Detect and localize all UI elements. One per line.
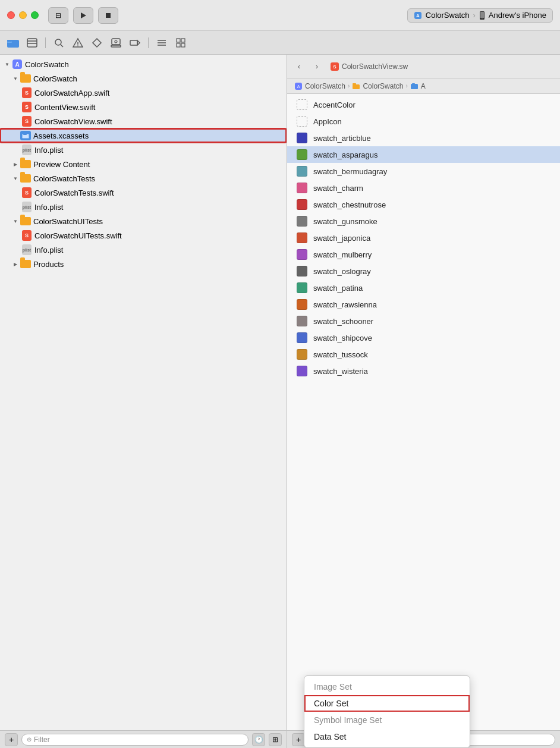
color-item-mulberry[interactable]: swatch_mulberry [287, 246, 560, 263]
folder-icon-toolbar[interactable] [5, 36, 21, 50]
tree-item-preview[interactable]: ▶ Preview Content [0, 157, 287, 171]
breadcrumb-colorswatch-1[interactable]: ColorSwatch [305, 82, 345, 90]
breadcrumb-chevron-1: › [473, 11, 476, 20]
device-selector[interactable]: A ColorSwatch › Andrew's iPhone [407, 8, 553, 23]
rawsienna-label: swatch_rawsienna [313, 300, 377, 309]
color-item-wisteria[interactable]: swatch_wisteria [287, 363, 560, 379]
dropdown-item-colorset[interactable]: Color Set [304, 695, 470, 712]
tree-item-assets[interactable]: Assets.xcassets [0, 128, 287, 143]
tree-item-tests[interactable]: ▼ ColorSwatchTests [0, 171, 287, 186]
tree-item-colorswatchapp[interactable]: S ColorSwatchApp.swift [0, 86, 287, 100]
breadcrumb-assets-label[interactable]: A [421, 82, 426, 90]
toolbar-separator-1 [45, 37, 46, 48]
svg-text:S: S [333, 64, 336, 70]
color-item-japonica[interactable]: swatch_japonica [287, 230, 560, 246]
svg-rect-10 [27, 39, 37, 47]
left-add-icon: + [9, 735, 14, 744]
tree-item-uitests-swift[interactable]: S ColorSwatchUITests.swift [0, 228, 287, 243]
svg-text:A: A [416, 13, 420, 18]
app-name-label: ColorSwatch [426, 11, 470, 20]
list-icon[interactable] [153, 36, 170, 50]
close-button[interactable] [7, 11, 15, 19]
color-item-accentcolor[interactable]: AccentColor [287, 96, 560, 113]
breadcrumb-bar: A ColorSwatch › ColorSwatch › A [287, 78, 560, 94]
contentview-label: ContentView.swift [34, 103, 95, 112]
dropdown-item-dataset[interactable]: Data Set [304, 728, 470, 745]
app-icon-small: A [414, 11, 422, 20]
tree-item-infoplist[interactable]: plist Info.plist [0, 143, 287, 157]
root-label: ColorSwatch [25, 60, 69, 69]
tree-item-uitests[interactable]: ▼ ColorSwatchUITests [0, 214, 287, 228]
color-item-appicon[interactable]: AppIcon [287, 113, 560, 130]
left-plus-square-button[interactable]: ⊞ [269, 733, 282, 746]
color-item-oslogray[interactable]: swatch_oslogray [287, 263, 560, 279]
sidebar-toggle-icon: ⊟ [55, 11, 61, 20]
tree-item-colorswatch-folder[interactable]: ▼ ColorSwatch [0, 71, 287, 86]
play-button[interactable] [73, 7, 93, 24]
right-add-icon: + [296, 735, 301, 744]
colorswatchview-label: ColorSwatchView.swift [34, 117, 112, 126]
color-item-schooner[interactable]: swatch_schooner [287, 313, 560, 329]
nav-back-button[interactable]: ‹ [292, 60, 306, 73]
color-item-bermudagray[interactable]: swatch_bermudagray [287, 163, 560, 180]
tree-item-colorswatchview[interactable]: S ColorSwatchView.swift [0, 114, 287, 128]
breadcrumb-app-icon: A [294, 82, 303, 90]
titlebar: ⊟ A ColorSwatch › Andrew's iPhone [0, 0, 560, 31]
sidebar-toggle-button[interactable]: ⊟ [48, 7, 68, 24]
color-item-gunsmoke[interactable]: swatch_gunsmoke [287, 213, 560, 230]
svg-point-20 [115, 40, 117, 43]
assets-label: Assets.xcassets [33, 131, 89, 140]
diamond-icon[interactable] [89, 36, 105, 50]
svg-rect-9 [7, 40, 12, 42]
folder-yellow-icon-3 [20, 174, 31, 183]
plist-icon-3: plist [21, 245, 32, 254]
clock-icon: 🕐 [254, 736, 263, 744]
left-filter-box[interactable]: ⊜ Filter [21, 734, 248, 746]
breadcrumb-folder-icon [352, 83, 360, 90]
tag-icon[interactable] [127, 36, 143, 50]
warning-icon[interactable] [70, 36, 86, 50]
tree-item-tests-plist[interactable]: plist Info.plist [0, 200, 287, 214]
search-icon[interactable] [51, 36, 67, 50]
main-content: ▼ A ColorSwatch ▼ ColorSwatch [0, 55, 560, 748]
color-item-chestnutrose[interactable]: swatch_chestnutrose [287, 196, 560, 213]
svg-rect-43 [412, 83, 415, 85]
dropdown-item-imageset[interactable]: Image Set [304, 678, 470, 695]
minimize-button[interactable] [19, 11, 27, 19]
swift-icon-1: S [21, 88, 32, 98]
swift-icon-2: S [21, 102, 32, 112]
color-item-patina[interactable]: swatch_patina [287, 279, 560, 296]
color-item-articblue[interactable]: swatch_articblue [287, 130, 560, 146]
color-item-tussock[interactable]: swatch_tussock [287, 346, 560, 363]
stamp-icon[interactable] [108, 36, 124, 50]
plist-icon-2: plist [21, 202, 32, 212]
left-clock-button[interactable]: 🕐 [252, 733, 265, 746]
tree-item-products[interactable]: ▶ Products [0, 257, 287, 271]
tree-item-root[interactable]: ▼ A ColorSwatch [0, 57, 287, 71]
nav-forward-button[interactable]: › [310, 60, 324, 73]
chestnutrose-label: swatch_chestnutrose [313, 200, 386, 209]
tree-item-contentview[interactable]: S ContentView.swift [0, 100, 287, 114]
right-add-button[interactable]: + [292, 733, 305, 746]
svg-point-13 [55, 39, 61, 45]
color-item-charm[interactable]: swatch_charm [287, 180, 560, 196]
color-item-asparagus[interactable]: swatch_asparagus [287, 146, 560, 163]
toolbar [0, 31, 560, 55]
breadcrumb-assets-icon [410, 83, 419, 90]
dropdown-item-symbolimageset[interactable]: Symbol Image Set [304, 712, 470, 728]
uitests-label: ColorSwatchUITests [33, 217, 103, 226]
articblue-swatch [297, 133, 307, 143]
grid-icon[interactable] [172, 36, 189, 50]
left-add-button[interactable]: + [5, 733, 18, 746]
colorset-label: Color Set [314, 699, 348, 708]
toolbar-separator-2 [148, 37, 149, 48]
color-item-shipcove[interactable]: swatch_shipcove [287, 329, 560, 346]
color-item-rawsienna[interactable]: swatch_rawsienna [287, 296, 560, 313]
project-icon[interactable] [24, 36, 40, 50]
stop-button[interactable] [98, 7, 118, 24]
tree-item-tests-swift[interactable]: S ColorSwatchTests.swift [0, 186, 287, 200]
infoplist-label: Info.plist [34, 146, 63, 155]
breadcrumb-colorswatch-2[interactable]: ColorSwatch [363, 82, 403, 90]
tree-item-uitests-plist[interactable]: plist Info.plist [0, 243, 287, 257]
fullscreen-button[interactable] [31, 11, 39, 19]
